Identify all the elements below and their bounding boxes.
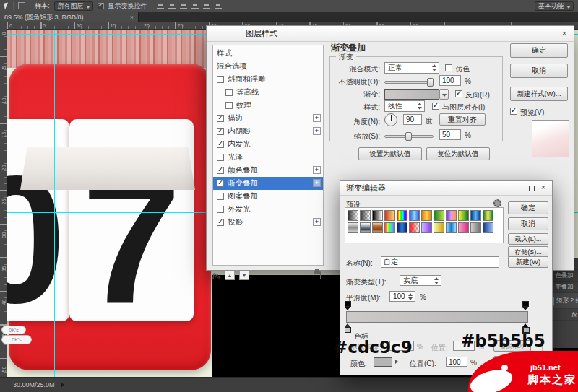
new-gradient-button[interactable]: 新建(W) (508, 256, 548, 268)
scale-slider[interactable] (384, 135, 434, 138)
guide-vertical[interactable] (54, 30, 55, 377)
effect-row[interactable]: 颜色叠加+ (213, 164, 323, 177)
tab-close-icon[interactable]: × (130, 14, 134, 21)
gradient-preset-swatch[interactable] (421, 222, 432, 233)
gradient-preset-swatch[interactable] (397, 210, 407, 221)
gradient-preset-swatch[interactable] (470, 222, 481, 233)
blend-mode-select[interactable]: 正常 (384, 62, 439, 74)
add-effect-button[interactable]: + (313, 218, 321, 226)
gradient-preset-swatch[interactable] (360, 210, 371, 221)
show-transform-checkbox[interactable] (98, 3, 104, 9)
effect-checkbox[interactable] (217, 141, 224, 148)
opacity-slider-knob[interactable] (427, 78, 434, 87)
add-effect-button[interactable]: + (313, 127, 321, 135)
gradient-preset-swatch[interactable] (470, 210, 481, 221)
effect-row[interactable]: 渐变叠加+ (213, 177, 323, 190)
style-select[interactable]: 线性 (384, 100, 425, 112)
workspace-switcher[interactable]: 基本功能 (535, 1, 574, 11)
gear-icon[interactable] (493, 199, 501, 207)
gradient-dropdown-arrow[interactable] (439, 89, 449, 100)
load-button[interactable]: 载入(L)... (508, 233, 548, 245)
effect-checkbox[interactable] (217, 193, 224, 200)
gradient-preset-swatch[interactable] (384, 222, 395, 233)
opacity-stop-right[interactable] (522, 301, 529, 307)
effect-checkbox[interactable] (217, 180, 224, 187)
gradient-editor-titlebar[interactable]: 渐变编辑器 – × (340, 181, 552, 196)
reset-default-button[interactable]: 复位为默认值 (426, 147, 490, 160)
distribute-bottom-icon[interactable] (215, 3, 222, 9)
gradient-preset-swatch[interactable] (384, 210, 395, 221)
fx-menu-icon[interactable]: fx, (212, 271, 220, 279)
add-effect-button[interactable]: + (313, 179, 321, 187)
gradient-preset-swatch[interactable] (458, 222, 469, 233)
preview-checkbox[interactable] (510, 108, 517, 115)
close-icon[interactable]: × (559, 29, 569, 39)
gradient-preset-swatch[interactable] (409, 222, 420, 233)
effect-row[interactable]: 投影+ (213, 216, 323, 229)
gradient-preview-bar[interactable] (346, 311, 528, 323)
opacity-stop-left[interactable] (345, 301, 351, 307)
angle-input[interactable] (403, 114, 422, 125)
effect-row[interactable]: 光泽 (213, 151, 323, 164)
align-left-icon[interactable] (157, 3, 164, 9)
reset-align-button[interactable]: 重置对齐 (439, 113, 486, 126)
effect-checkbox[interactable] (217, 206, 224, 213)
effect-checkbox[interactable] (217, 154, 224, 161)
gradient-name-input[interactable] (381, 256, 499, 268)
reverse-checkbox[interactable] (455, 90, 462, 97)
effect-row[interactable]: 描边+ (213, 112, 323, 125)
effect-checkbox[interactable] (217, 115, 224, 122)
new-style-button[interactable]: 新建样式(W)... (510, 87, 568, 101)
gradient-preset-swatch[interactable] (434, 210, 444, 221)
effect-checkbox[interactable] (217, 167, 224, 174)
stop-color-location-input[interactable] (446, 357, 467, 367)
add-effect-button[interactable]: + (313, 114, 321, 122)
color-stop-left[interactable] (345, 327, 351, 333)
smoothness-select[interactable]: 100 (389, 291, 415, 302)
gradient-preset-swatch[interactable] (360, 222, 371, 233)
add-effect-button[interactable]: + (313, 166, 321, 174)
ok-button[interactable]: 确定 (508, 201, 548, 214)
vertical-ruler[interactable]: 05101520253035404550 (0, 22, 7, 377)
dither-checkbox[interactable] (445, 64, 452, 71)
gradient-preset-swatch[interactable] (372, 210, 383, 221)
effect-row[interactable]: 斜面和浮雕 (213, 73, 323, 86)
minimize-icon[interactable]: – (514, 183, 525, 193)
color-menu-arrow-icon[interactable] (395, 360, 398, 364)
effect-checkbox[interactable] (217, 128, 224, 135)
move-effect-down-button[interactable]: ▼ (239, 271, 249, 280)
opacity-slider[interactable] (384, 81, 434, 84)
effect-checkbox[interactable] (217, 219, 224, 226)
effect-checkbox[interactable] (225, 102, 233, 109)
effect-row[interactable]: 等高线 (213, 86, 323, 99)
effect-row[interactable]: 内阴影+ (213, 125, 323, 138)
gradient-preset-swatch[interactable] (434, 222, 444, 233)
distribute-top-icon[interactable] (191, 3, 199, 9)
stop-color-swatch[interactable] (374, 357, 392, 367)
effect-checkbox[interactable] (225, 89, 233, 96)
gradient-preset-swatch[interactable] (372, 222, 383, 233)
gradient-preset-swatch[interactable] (483, 210, 493, 221)
document-tab[interactable]: 89.5% (圆角矩形 3, RGB/8) × (0, 12, 139, 22)
effect-row[interactable]: 外发光 (213, 203, 323, 216)
cancel-button[interactable]: 取消 (510, 64, 568, 78)
effect-row[interactable]: 内发光 (213, 138, 323, 151)
delete-effect-icon[interactable] (314, 271, 321, 279)
effect-row[interactable]: 纹理 (213, 99, 323, 112)
styles-item[interactable]: 样式 (213, 47, 323, 60)
distribute-middle-icon[interactable] (203, 3, 210, 9)
move-tool-icon[interactable] (4, 2, 9, 9)
blending-options-item[interactable]: 混合选项 (213, 60, 323, 73)
close-icon[interactable]: × (538, 183, 548, 193)
gradient-preset-swatch[interactable] (348, 210, 358, 221)
sample-dropdown[interactable]: 所有图层 (54, 1, 93, 11)
gradient-preset-swatch[interactable] (409, 210, 420, 221)
gradient-preset-swatch[interactable] (397, 222, 407, 233)
set-default-button[interactable]: 设置为默认值 (358, 147, 422, 160)
gradient-preset-swatch[interactable] (421, 210, 432, 221)
move-effect-up-button[interactable]: ▲ (225, 271, 235, 280)
opacity-input[interactable] (439, 75, 461, 86)
align-right-icon[interactable] (180, 3, 187, 9)
gradient-swatch[interactable] (384, 89, 439, 100)
auto-select-icon[interactable] (18, 2, 25, 9)
